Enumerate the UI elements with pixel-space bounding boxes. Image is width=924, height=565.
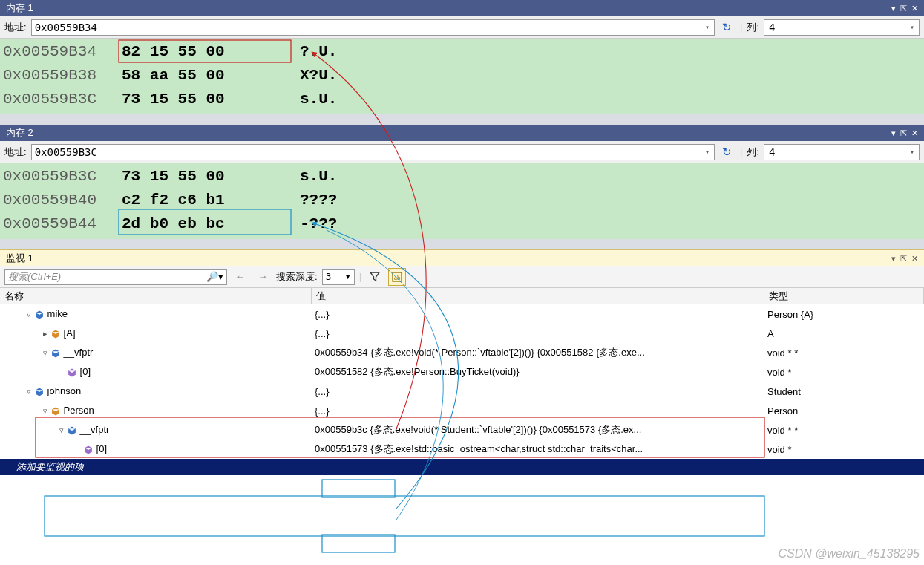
watch-row-value: 0x00551573 {多态.exe!std::basic_ostream<ch… [312,442,764,456]
mem-addr: 0x00559B3C [3,165,122,189]
watch-row-type: Person {A} [764,309,924,320]
watch-row-name: ▿ __vfptr [0,424,312,436]
expand-icon[interactable]: ▿ [24,310,34,319]
mem-bytes: 73 15 55 00 [122,88,300,111]
svg-rect-5 [322,480,395,497]
memory2-address-input[interactable]: 0x00559B3C ▾ [31,144,715,160]
pin-icon[interactable]: ⇱ [900,0,907,16]
watch-row[interactable]: ▿ __vfptr0x00559b3c {多态.exe!void(* Stude… [0,420,924,440]
watch-row[interactable]: [0]0x00551573 {多态.exe!std::basic_ostream… [0,440,924,459]
mem-addr: 0x00559B34 [3,40,122,64]
search-icon[interactable]: 🔎▾ [206,271,223,282]
memory2-row: 0x00559B442d b0 eb bc-??? [3,212,921,236]
mem-bytes: c2 f2 c6 b1 [122,189,300,212]
expand-icon[interactable]: ▿ [24,387,34,396]
memory1-title-text: 内存 1 [6,0,33,16]
mem-ascii: -??? [300,212,337,236]
expand-icon[interactable]: ▿ [56,425,67,435]
watch-row[interactable]: ▿ johnson{...}Student [0,382,924,401]
svg-text:ab: ab [394,274,401,281]
watch-row[interactable]: ▿ __vfptr0x00559b34 {多态.exe!void(* Perso… [0,343,924,362]
watch-row-value: {...} [312,328,764,339]
watch-row[interactable]: ▿ mike{...}Person {A} [0,304,924,324]
watch-header-type[interactable]: 类型 [764,288,924,304]
watch-row-value: 0x00559b34 {多态.exe!void(* Person::`vftab… [312,346,764,359]
memory1-row: 0x00559B3482 15 55 00?.U. [3,40,921,64]
expand-icon[interactable]: ▿ [40,406,50,416]
dropdown-icon[interactable]: ▾ [891,0,896,16]
variable-icon [67,368,77,378]
chevron-down-icon[interactable]: ▾ [910,148,914,156]
watch-header-name[interactable]: 名称 [0,288,312,304]
back-button[interactable]: ← [232,269,249,285]
watch-table-body: ▿ mike{...}Person {A}▸ [A]{...}A▿ __vfpt… [0,304,924,459]
chevron-down-icon[interactable]: ▾ [345,271,351,282]
watch-row[interactable]: ▿ Person{...}Person [0,401,924,420]
watch-depth-input[interactable]: 3 ▾ [322,269,355,285]
watch-row-value: {...} [312,405,764,417]
watch-row-name-text: [0] [94,443,107,454]
mem-ascii: s.U. [300,88,337,111]
forward-button[interactable]: → [254,269,272,285]
memory2-addr-label: 地址: [4,146,27,159]
watch-row[interactable]: ▸ [A]{...}A [0,324,924,343]
close-icon[interactable]: ✕ [911,250,918,267]
memory1-row: 0x00559B3C73 15 55 00s.U. [3,88,921,111]
watch-row-name: [0] [0,366,312,378]
mem-addr: 0x00559B44 [3,212,122,236]
watch-depth-label: 搜索深度: [276,270,318,284]
mem-ascii: ?.U. [300,40,337,64]
watch-row-type: Person [764,405,924,417]
chevron-down-icon[interactable]: ▾ [704,148,711,156]
mem-addr: 0x00559B40 [3,189,122,212]
watch-row-name-text: [0] [77,366,91,377]
svg-rect-7 [322,535,395,552]
mem-bytes: 58 aa 55 00 [122,64,300,88]
memory1-columns-input[interactable]: 4 ▾ [764,19,920,36]
chevron-down-icon[interactable]: ▾ [704,23,711,31]
watch-row-name-text: mike [45,308,68,319]
memory1-address-input[interactable]: 0x00559B34 ▾ [31,19,715,36]
watch-title-bar: 监视 1 ▾ ⇱ ✕ [0,249,924,266]
watch-row-name-text: Person [61,405,94,416]
watch-search-input[interactable]: 搜索(Ctrl+E) 🔎▾ [4,269,227,285]
close-icon[interactable]: ✕ [911,0,918,16]
chevron-down-icon[interactable]: ▾ [910,23,914,31]
mem-ascii: s.U. [300,165,337,189]
dropdown-icon[interactable]: ▾ [891,250,896,267]
expand-icon[interactable]: ▸ [40,329,50,339]
watch-row-name: ▿ mike [0,308,312,320]
expand-icon[interactable]: ▿ [40,348,50,358]
memory1-title-bar: 内存 1 ▾ ⇱ ✕ [0,0,924,16]
watch-header-value[interactable]: 值 [312,288,764,304]
memory2-columns-value: 4 [769,146,910,158]
dropdown-icon[interactable]: ▾ [891,125,896,141]
filter-icon[interactable] [366,268,384,286]
memory2-title-text: 内存 2 [6,125,33,141]
watermark-text: CSDN @weixin_45138295 [778,547,920,561]
memory1-row: 0x00559B3858 aa 55 00X?U. [3,64,921,88]
watch-add-item-row[interactable]: 添加要监视的项 [0,459,924,475]
watch-row-type: void * * [764,347,924,359]
svg-rect-6 [45,496,764,536]
watch-title-text: 监视 1 [6,250,33,267]
variable-icon [34,310,45,320]
mem-addr: 0x00559B3C [3,88,122,111]
format-display-icon[interactable]: ab [388,268,406,286]
memory2-title-bar: 内存 2 ▾ ⇱ ✕ [0,125,924,141]
close-icon[interactable]: ✕ [911,125,918,141]
refresh-button[interactable]: ↻ [719,144,735,160]
refresh-button[interactable]: ↻ [719,19,735,36]
watch-search-placeholder: 搜索(Ctrl+E) [8,270,206,284]
memory1-columns-value: 4 [769,22,910,33]
watch-row-name: ▿ johnson [0,385,312,397]
watch-row-name: ▿ __vfptr [0,347,312,359]
memory2-row: 0x00559B40c2 f2 c6 b1???? [3,189,921,212]
memory2-columns-input[interactable]: 4 ▾ [764,144,920,160]
pin-icon[interactable]: ⇱ [900,250,907,267]
watch-row-name-text: johnson [45,385,81,396]
watch-row-value: {...} [312,386,764,397]
watch-row[interactable]: [0]0x00551582 {多态.exe!Person::BuyTicket(… [0,362,924,382]
pin-icon[interactable]: ⇱ [900,125,907,141]
watch-row-name-text: [A] [61,327,76,339]
